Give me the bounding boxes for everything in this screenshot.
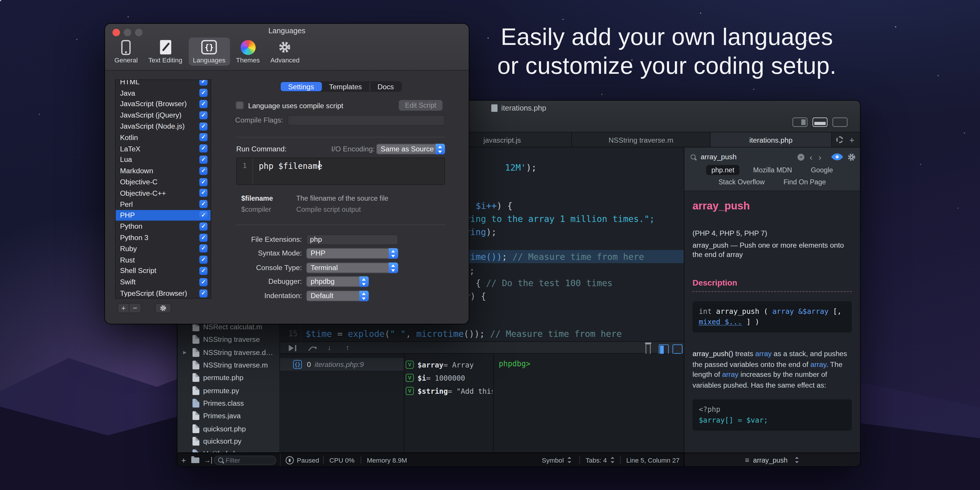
language-row[interactable]: HTML ✓: [116, 80, 211, 87]
new-tab-button[interactable]: +: [850, 135, 854, 144]
forward-chevron-icon[interactable]: ›: [817, 153, 822, 161]
compile-script-checkbox[interactable]: [235, 101, 244, 110]
file-row[interactable]: ▶ quicksort.php: [178, 422, 279, 434]
language-checkbox[interactable]: ✓: [199, 245, 208, 253]
language-checkbox[interactable]: ✓: [199, 211, 208, 220]
language-checkbox[interactable]: ✓: [199, 145, 208, 153]
disclosure-triangle-icon[interactable]: ▶: [183, 350, 187, 355]
syntax-mode-popup[interactable]: PHP: [306, 248, 398, 259]
step-out-button[interactable]: ↑: [346, 342, 349, 355]
language-row[interactable]: Rust ✓: [116, 255, 211, 266]
file-row[interactable]: ▶ NSString traverse: [178, 333, 279, 346]
doc-source-tab[interactable]: php.net: [706, 165, 740, 175]
language-checkbox[interactable]: ✓: [199, 233, 208, 242]
language-checkbox[interactable]: ✓: [199, 80, 208, 86]
add-file-button[interactable]: +: [181, 455, 186, 465]
layout-single-button[interactable]: [832, 118, 847, 127]
language-row[interactable]: PHP ✓: [116, 210, 211, 221]
debugger-popup[interactable]: phpdbg: [306, 276, 369, 287]
language-checkbox[interactable]: ✓: [199, 278, 208, 286]
file-row[interactable]: ▶ permute.py: [178, 384, 279, 397]
indentation-popup[interactable]: Default: [306, 291, 369, 301]
tab-iterations-php[interactable]: iterations.php: [711, 132, 832, 147]
preferences-titlebar[interactable]: Languages General Text Editing {} Langua…: [105, 24, 469, 71]
layout-split-right-button[interactable]: [792, 118, 807, 127]
language-checkbox[interactable]: ✓: [199, 133, 208, 142]
language-row[interactable]: Perl ✓: [116, 199, 211, 210]
clear-console-button[interactable]: [645, 342, 651, 355]
io-encoding-popup[interactable]: Same as Source: [376, 144, 445, 154]
debug-console-prompt[interactable]: phpdbg>: [499, 360, 530, 368]
toolbar-text-editing[interactable]: Text Editing: [144, 38, 187, 65]
tab-templates[interactable]: Templates: [322, 82, 369, 91]
step-over-button[interactable]: [307, 342, 317, 355]
language-row[interactable]: JavaScript (Browser) ✓: [116, 99, 211, 110]
language-checkbox[interactable]: ✓: [199, 256, 208, 264]
language-options-button[interactable]: [155, 303, 171, 313]
language-row[interactable]: Lua ✓: [116, 154, 211, 165]
filter-field[interactable]: Filter: [214, 455, 276, 465]
doc-settings-gear-icon[interactable]: [847, 152, 856, 162]
doc-symbol-selector[interactable]: ≡ array_push: [684, 453, 860, 466]
doc-search-bar[interactable]: array_push × ‹ ›: [690, 151, 856, 163]
run-command-value[interactable]: php $filename: [259, 161, 322, 171]
language-checkbox[interactable]: ✓: [199, 111, 208, 119]
language-checkbox[interactable]: ✓: [199, 289, 208, 297]
edit-script-button[interactable]: Edit Script: [399, 100, 442, 111]
continue-button[interactable]: [289, 342, 296, 355]
doc-source-tab[interactable]: Find On Page: [778, 177, 831, 187]
language-checkbox[interactable]: ✓: [199, 267, 208, 275]
language-checkbox[interactable]: ✓: [199, 167, 208, 175]
language-checkbox[interactable]: ✓: [199, 189, 208, 197]
language-checkbox[interactable]: ✓: [199, 178, 208, 186]
language-row[interactable]: Objective-C ✓: [116, 177, 211, 188]
stack-frame-row[interactable]: {} 0 iterations.php:9: [280, 358, 404, 371]
language-checkbox[interactable]: ✓: [199, 122, 208, 130]
language-row[interactable]: Markdown ✓: [116, 165, 211, 177]
file-row[interactable]: ▶ Untitled class: [178, 447, 279, 452]
file-row[interactable]: ▶ NSString traverse.d…: [178, 346, 279, 358]
doc-search-input[interactable]: array_push: [701, 153, 794, 161]
tab-nsstring-traverse-m[interactable]: NSString traverse.m: [572, 132, 711, 147]
tab-settings[interactable]: Settings: [281, 82, 321, 91]
variable-row[interactable]: V $i = 1000000: [406, 371, 493, 384]
variable-row[interactable]: V $string = "Add this…": [406, 384, 493, 398]
new-group-button[interactable]: [191, 457, 199, 463]
file-row[interactable]: ▶ quicksort.py: [178, 435, 279, 447]
back-chevron-icon[interactable]: ‹: [808, 153, 813, 161]
reveal-file-button[interactable]: →: [204, 457, 212, 463]
layout-split-bottom-button[interactable]: [813, 118, 827, 127]
language-row[interactable]: Python 3 ✓: [116, 232, 211, 243]
language-row[interactable]: Java ✓: [116, 88, 211, 99]
compile-flags-field[interactable]: [288, 115, 445, 126]
run-command-editor[interactable]: 1 php $filename: [236, 158, 445, 185]
file-row[interactable]: ▶ Primes.java: [178, 409, 279, 422]
language-row[interactable]: Swift ✓: [116, 277, 211, 288]
language-row[interactable]: JavaScript (jQuery) ✓: [116, 110, 211, 121]
language-row[interactable]: Python ✓: [116, 221, 211, 232]
console-type-popup[interactable]: Terminal: [306, 262, 398, 273]
language-row[interactable]: LaTeX ✓: [116, 143, 211, 154]
file-row[interactable]: ▶ Primes.class: [178, 397, 279, 409]
language-checkbox[interactable]: ✓: [199, 156, 208, 164]
language-checkbox[interactable]: ✓: [199, 200, 208, 208]
variable-row[interactable]: V $array = Array: [406, 358, 493, 371]
toolbar-advanced[interactable]: Advanced: [266, 38, 304, 65]
doc-content[interactable]: array_push (PHP 4, PHP 5, PHP 7) array_p…: [684, 191, 860, 453]
file-row[interactable]: ▶ permute.php: [178, 371, 279, 384]
language-row[interactable]: Objective-C++ ✓: [116, 188, 211, 199]
toolbar-themes[interactable]: Themes: [232, 38, 264, 65]
language-checkbox[interactable]: ✓: [199, 222, 208, 231]
quick-look-eye-icon[interactable]: [831, 153, 843, 161]
language-row[interactable]: JavaScript (Node.js) ✓: [116, 121, 211, 132]
language-row[interactable]: Ruby ✓: [116, 243, 211, 254]
add-language-button[interactable]: +: [118, 303, 129, 313]
remove-language-button[interactable]: −: [129, 303, 142, 313]
language-row[interactable]: Shell Script ✓: [116, 266, 211, 277]
toolbar-languages[interactable]: {} Languages: [188, 38, 229, 65]
doc-source-tab[interactable]: Mozilla MDN: [748, 165, 797, 175]
file-row[interactable]: ▶ NSString traverse.m: [178, 359, 279, 371]
language-checkbox[interactable]: ✓: [199, 89, 208, 97]
toolbar-general[interactable]: General: [110, 38, 142, 65]
clear-search-button[interactable]: ×: [798, 153, 805, 161]
